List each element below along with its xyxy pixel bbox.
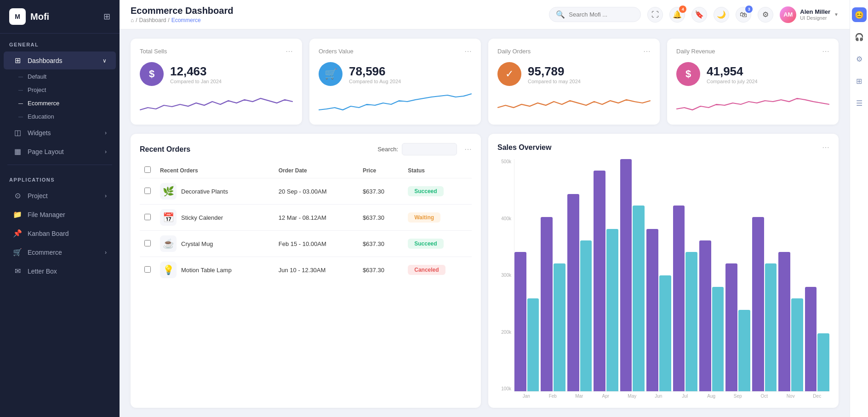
order-product: 🌿 Decorative Plants xyxy=(160,183,269,200)
stat-menu-button[interactable]: ⋯ xyxy=(464,47,472,56)
sidebar-sub-item-education[interactable]: Education xyxy=(9,110,120,123)
logo-area: M Mofi ⊞ xyxy=(0,0,120,34)
sidebar-item-label: Dashboards xyxy=(28,57,63,64)
dashboard-icon: ⊞ xyxy=(13,56,22,65)
fullscreen-button[interactable]: ⛶ xyxy=(647,7,663,23)
breadcrumb: ⌂ / Dashboard / Ecommerce xyxy=(131,17,233,23)
bookmark-button[interactable]: 🔖 xyxy=(691,7,707,23)
sidebar-item-dashboards[interactable]: ⊞ Dashboards ∨ xyxy=(4,51,116,69)
sidebar-sub-item-ecommerce[interactable]: Ecommerce xyxy=(9,97,120,110)
order-price-cell: $637.30 xyxy=(358,205,403,231)
grid-icon[interactable]: ⊞ xyxy=(103,11,110,22)
bar-cyan xyxy=(791,298,803,391)
bottom-row: Recent Orders Search: ⋯ Recent Orders xyxy=(131,134,839,408)
status-badge: Succeed xyxy=(408,186,443,196)
orders-table-head: Recent Orders Order Date Price Status xyxy=(140,163,472,178)
right-icon-headset[interactable]: 🎧 xyxy=(852,29,867,44)
bar-group xyxy=(646,159,671,391)
bar-group xyxy=(752,159,777,391)
order-status-cell: Succeed xyxy=(403,231,472,257)
search-input[interactable] xyxy=(569,11,634,18)
stat-value: 12,463 xyxy=(170,64,222,79)
search-bar[interactable]: 🔍 xyxy=(549,7,641,22)
row-checkbox[interactable] xyxy=(144,266,151,273)
sales-chart-area: 500k 400k 300k 200k 100k JanFebMarAprMay… xyxy=(497,159,829,399)
sidebar-item-label: Ecommerce xyxy=(28,249,62,256)
sidebar-item-label: Page Layout xyxy=(28,148,64,155)
right-icon-grid[interactable]: ⊞ xyxy=(852,74,867,88)
applications-label: APPLICATIONS xyxy=(0,169,120,186)
bar-purple xyxy=(646,229,658,392)
chevron-right-icon: › xyxy=(105,130,107,136)
right-icon-settings[interactable]: ⚙ xyxy=(852,51,867,66)
sidebar-sub-item-project[interactable]: Project xyxy=(9,83,120,97)
settings-button[interactable]: ⚙ xyxy=(758,7,773,23)
sidebar-item-project[interactable]: ⊙ Project › xyxy=(4,187,116,205)
bar-group xyxy=(594,159,618,391)
sidebar-item-kanban[interactable]: 📌 Kanban Board xyxy=(4,224,116,242)
sparkline-chart xyxy=(319,91,472,114)
cart-button[interactable]: 🛍 3 xyxy=(736,7,751,23)
ecommerce-icon: 🛒 xyxy=(13,248,22,257)
sidebar-item-label: Kanban Board xyxy=(28,230,69,237)
row-checkbox[interactable] xyxy=(144,240,151,246)
stat-icon: ✓ xyxy=(497,62,521,86)
stat-menu-button[interactable]: ⋯ xyxy=(643,47,651,56)
right-icon-smile[interactable]: 😊 xyxy=(852,7,867,22)
sidebar-item-letter-box[interactable]: ✉ Letter Box xyxy=(4,262,116,280)
notifications-button[interactable]: 🔔 4 xyxy=(669,7,685,23)
chevron-right-icon: › xyxy=(105,149,107,155)
topbar-right: 🔍 ⛶ 🔔 4 🔖 🌙 🛍 3 ⚙ xyxy=(549,6,839,23)
sidebar-item-widgets[interactable]: ◫ Widgets › xyxy=(4,124,116,142)
row-checkbox[interactable] xyxy=(144,188,151,194)
bar-group xyxy=(699,159,724,391)
chevron-right-icon: › xyxy=(105,249,107,256)
stat-menu-button[interactable]: ⋯ xyxy=(822,47,829,56)
stats-row: Total Sells ⋯ $ 12,463 Compared to Jan 2… xyxy=(131,39,839,125)
bar-group xyxy=(673,159,697,391)
orders-card: Recent Orders Search: ⋯ Recent Orders xyxy=(131,134,481,408)
order-product-cell: ☕ Crystal Mug xyxy=(155,231,274,257)
stat-card-total-sells: Total Sells ⋯ $ 12,463 Compared to Jan 2… xyxy=(131,39,302,125)
sidebar-item-page-layout[interactable]: ▦ Page Layout › xyxy=(4,143,116,160)
sidebar-item-ecommerce[interactable]: 🛒 Ecommerce › xyxy=(4,243,116,261)
bar-cyan xyxy=(527,298,539,391)
stat-header: Daily Revenue ⋯ xyxy=(676,47,829,56)
user-role: UI Designer xyxy=(800,15,830,21)
orders-menu-button[interactable]: ⋯ xyxy=(464,145,472,154)
bar-group xyxy=(778,159,803,391)
order-product: ☕ Crystal Mug xyxy=(160,235,269,252)
bar-purple xyxy=(673,206,685,391)
select-all-checkbox[interactable] xyxy=(144,166,151,173)
row-checkbox-cell xyxy=(140,231,155,257)
theme-toggle-button[interactable]: 🌙 xyxy=(714,7,729,23)
bar-purple xyxy=(699,240,711,391)
bar-cyan xyxy=(712,287,724,391)
logo-icon: M xyxy=(9,8,26,25)
bar-cyan xyxy=(554,263,565,391)
chevron-right-icon: › xyxy=(105,193,107,199)
checkbox-header xyxy=(140,163,155,178)
stat-label: Total Sells xyxy=(140,48,167,55)
right-icon-menu[interactable]: ☰ xyxy=(852,96,867,110)
user-profile[interactable]: AM Alen Miller UI Designer ▼ xyxy=(780,6,839,23)
x-label: Oct xyxy=(752,394,777,399)
sales-menu-button[interactable]: ⋯ xyxy=(822,143,829,152)
y-label: 400k xyxy=(497,216,511,221)
sub-item-label: Ecommerce xyxy=(28,100,59,107)
orders-search-input[interactable] xyxy=(402,143,457,155)
sales-title: Sales Overview xyxy=(497,143,551,152)
orders-table: Recent Orders Order Date Price Status 🌿 … xyxy=(140,163,472,283)
row-checkbox-cell xyxy=(140,205,155,231)
sidebar-sub-item-default[interactable]: Default xyxy=(9,70,120,83)
product-image: 🌿 xyxy=(160,183,177,200)
bar-cyan xyxy=(817,333,829,391)
stat-menu-button[interactable]: ⋯ xyxy=(286,47,293,56)
stat-label: Daily Orders xyxy=(497,48,531,55)
stat-compare: Compared to Jan 2024 xyxy=(170,79,222,84)
sidebar-item-file-manager[interactable]: 📁 File Manager xyxy=(4,206,116,223)
status-badge: Canceled xyxy=(408,265,445,275)
y-label: 500k xyxy=(497,159,511,164)
orders-title: Recent Orders xyxy=(140,145,190,154)
row-checkbox[interactable] xyxy=(144,214,151,220)
